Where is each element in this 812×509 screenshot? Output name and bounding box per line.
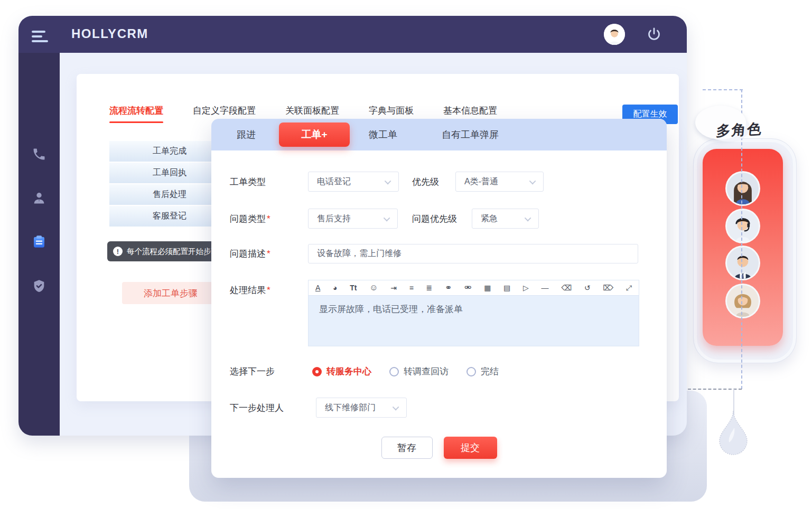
next-step-label: 选择下一步 [230, 365, 308, 378]
radio-dot [312, 367, 322, 376]
problem-priority-select[interactable]: 紧急 [472, 209, 539, 229]
app-header: HOLLYCRM [18, 16, 687, 53]
priority-select[interactable]: A类-普通 [455, 172, 544, 192]
font-size-icon[interactable]: Tt [350, 284, 357, 291]
workorder-icon[interactable] [29, 231, 50, 252]
tab-micro-workorder[interactable]: 微工单 [369, 119, 397, 150]
tab-workorder-plus[interactable]: 工单+ [279, 122, 350, 147]
table-icon[interactable]: ▦ [484, 284, 491, 291]
unlink-icon[interactable]: ⚮ [464, 284, 471, 292]
submit-button[interactable]: 提交 [444, 437, 497, 459]
role-avatar-3 [725, 246, 760, 280]
link-icon[interactable]: ⚭ [445, 284, 452, 292]
chevron-down-icon [384, 214, 390, 221]
app-sidebar [18, 53, 60, 436]
editor-toolbar: A ◕ Tt ☺ ⇥ ≡ ≣ ⚭ ⚮ ▦ ▤ ▷ — ⌫ ↺ ⌦ ⤢ [308, 280, 639, 296]
role-note-label: 多角色 [715, 119, 763, 141]
undo-icon[interactable]: ↺ [584, 284, 591, 291]
screen: 多角色 HOLLYCRM [0, 0, 812, 509]
rich-text-editor: A ◕ Tt ☺ ⇥ ≡ ≣ ⚭ ⚮ ▦ ▤ ▷ — ⌫ ↺ ⌦ ⤢ 显示屏故障… [308, 280, 639, 346]
radio-dot [389, 367, 399, 376]
tab-linked-panel[interactable]: 关联面板配置 [285, 105, 339, 117]
radio-survey-callback[interactable]: 转调查回访 [389, 365, 449, 378]
image-icon[interactable]: ▤ [503, 284, 510, 291]
priority-label: 优先级 [412, 176, 439, 188]
list-icon[interactable]: ≣ [426, 284, 433, 291]
next-step-options: 转服务中心 转调查回访 完结 [312, 365, 499, 378]
power-icon[interactable] [646, 26, 662, 42]
trash-icon[interactable]: ⌦ [603, 284, 613, 291]
customer-icon[interactable] [29, 187, 50, 209]
phone-icon[interactable] [29, 144, 50, 165]
config-tab-bar: 流程流转配置 自定义字段配置 关联面板配置 字典与面板 基本信息配置 [109, 105, 497, 117]
add-step-button[interactable]: 添加工单步骤 [122, 282, 219, 304]
brand-logo: HOLLYCRM [71, 26, 148, 41]
tab-follow-up[interactable]: 跟进 [237, 119, 256, 150]
color-palette-icon[interactable]: ◕ [333, 284, 337, 291]
radio-finish[interactable]: 完结 [466, 365, 499, 378]
align-icon[interactable]: ≡ [409, 284, 414, 291]
dashed-line-top [703, 89, 743, 90]
tab-dictionary-panel[interactable]: 字典与面板 [369, 105, 414, 117]
tab-own-popup[interactable]: 自有工单弹屏 [442, 119, 499, 150]
radio-service-center[interactable]: 转服务中心 [312, 365, 371, 378]
modal-tab-bar: 跟进 工单+ 微工单 自有工单弹屏 [211, 119, 667, 150]
result-label: 处理结果* [230, 284, 308, 296]
radio-dot [466, 367, 476, 376]
problem-desc-label: 问题描述* [230, 248, 308, 260]
tab-basic-info[interactable]: 基本信息配置 [443, 105, 497, 117]
role-avatar-1 [725, 171, 760, 206]
next-handler-label: 下一步处理人 [230, 402, 316, 414]
role-avatar-2 [725, 209, 760, 243]
form-row-problem-type: 问题类型* 售后支持 问题优先级 紧急 [230, 209, 539, 229]
order-type-label: 工单类型 [230, 176, 308, 188]
warning-text: 每个流程必须配置开始步骤 [127, 247, 219, 257]
workorder-modal: 跟进 工单+ 微工单 自有工单弹屏 工单类型 电话登记 优先级 A类-普通 问题… [211, 119, 667, 478]
next-handler-select[interactable]: 线下维修部门 [316, 398, 407, 418]
emoji-icon[interactable]: ☺ [369, 284, 378, 292]
problem-type-label: 问题类型* [230, 213, 308, 225]
user-avatar[interactable] [604, 24, 625, 45]
save-draft-button[interactable]: 暂存 [381, 437, 433, 459]
droplet-decoration [718, 410, 748, 457]
form-row-next-handler: 下一步处理人 线下维修部门 [230, 398, 407, 418]
problem-type-select[interactable]: 售后支持 [308, 209, 398, 229]
modal-actions: 暂存 提交 [211, 437, 667, 459]
video-icon[interactable]: ▷ [523, 284, 529, 291]
role-panel [703, 149, 783, 346]
horizontal-rule-icon[interactable]: — [542, 284, 549, 291]
chevron-down-icon [393, 403, 399, 410]
chevron-down-icon [385, 177, 391, 184]
chevron-down-icon [529, 177, 536, 184]
warning-icon: ! [113, 247, 123, 256]
form-row-next-step: 选择下一步 转服务中心 转调查回访 完结 [230, 365, 499, 378]
tab-custom-fields[interactable]: 自定义字段配置 [193, 105, 256, 117]
order-type-select[interactable]: 电话登记 [308, 172, 399, 192]
font-style-icon[interactable]: A [315, 284, 320, 291]
tab-process-flow[interactable]: 流程流转配置 [109, 105, 163, 117]
security-icon[interactable] [29, 276, 50, 297]
menu-icon[interactable] [32, 31, 51, 44]
chevron-down-icon [525, 214, 531, 221]
problem-desc-input[interactable] [308, 244, 638, 263]
form-row-problem-desc: 问题描述* [230, 244, 638, 263]
indent-icon[interactable]: ⇥ [390, 284, 397, 291]
problem-priority-label: 问题优先级 [412, 213, 457, 225]
form-row-order-type: 工单类型 电话登记 优先级 A类-普通 [230, 172, 544, 192]
form-row-result: 处理结果* [230, 284, 308, 296]
eraser-icon[interactable]: ⌫ [561, 284, 572, 291]
fullscreen-icon[interactable]: ⤢ [626, 284, 632, 291]
role-avatar-4 [725, 284, 760, 318]
result-editor-area[interactable]: 显示屏故障，电话已受理，准备派单 [308, 296, 639, 346]
